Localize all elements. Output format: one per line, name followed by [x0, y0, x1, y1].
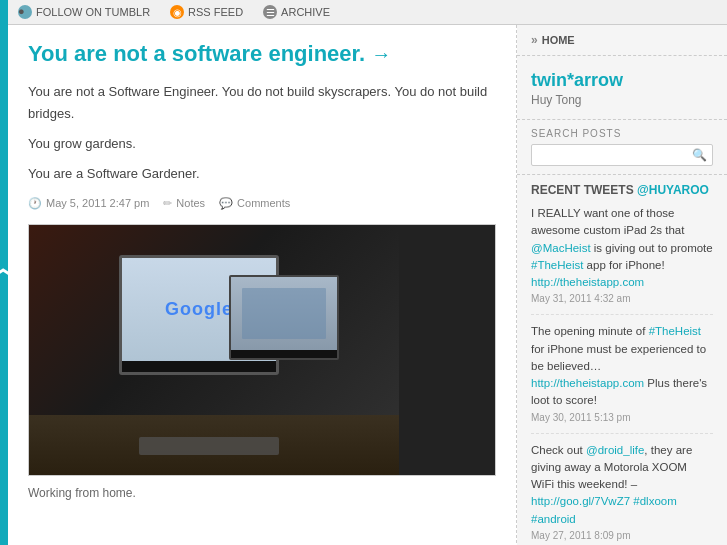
blog-title: twin*arrow: [531, 70, 713, 91]
tweet-hashtag-theheist-1[interactable]: #TheHeist: [531, 259, 583, 271]
rss-feed-link[interactable]: ◉ RSS FEED: [170, 5, 243, 19]
post-metadata: 🕐 May 5, 2011 2:47 pm ✏ Notes 💬 Comments: [28, 197, 496, 210]
left-accent-bar: ❮: [0, 0, 8, 545]
search-icon: 🔍: [692, 148, 707, 162]
post-paragraph-1: You are not a Software Engineer. You do …: [28, 81, 496, 125]
google-logo-text: Google: [165, 299, 233, 320]
post-notes[interactable]: ✏ Notes: [163, 197, 205, 210]
tweet-mention-droid[interactable]: @droid_life: [586, 444, 644, 456]
follow-icon: ●: [18, 5, 32, 19]
keyboard: [139, 437, 279, 455]
sidebar-identity-section: twin*arrow Huy Tong: [517, 56, 727, 120]
tweet-text-3: Check out @droid_life, they are giving a…: [531, 442, 713, 528]
tweet-hashtag-theheist-2[interactable]: #TheHeist: [649, 325, 701, 337]
post-title: You are not a software engineer. →: [28, 40, 496, 69]
image-placeholder: Google: [29, 225, 399, 475]
follow-tumblr-link[interactable]: ● FOLLOW ON TUMBLR: [18, 5, 150, 19]
tweet-divider-2: [531, 433, 713, 434]
notes-icon: ✏: [163, 197, 172, 210]
tweet-item-3: Check out @droid_life, they are giving a…: [531, 442, 713, 541]
tweet-hashtag-android[interactable]: #android: [531, 513, 576, 525]
post-paragraph-3: You are a Software Gardener.: [28, 163, 496, 185]
tweet-link-heist-1[interactable]: http://theheistapp.com: [531, 276, 644, 288]
top-navigation: ● FOLLOW ON TUMBLR ◉ RSS FEED ☰ ARCHIVE: [8, 0, 727, 25]
clock-icon: 🕐: [28, 197, 42, 210]
tweet-date-3: May 27, 2011 8:09 pm: [531, 530, 713, 541]
sidebar-tweets-section: RECENT TWEETS @HUYAROO I REALLY want one…: [517, 175, 727, 545]
tweet-divider-1: [531, 314, 713, 315]
follow-label: FOLLOW ON TUMBLR: [36, 6, 150, 18]
post-title-text: You are not a software engineer.: [28, 41, 365, 66]
rss-icon: ◉: [170, 5, 184, 19]
tweet-date-1: May 31, 2011 4:32 am: [531, 293, 713, 304]
tweet-hashtag-dlxoom[interactable]: #dlxoom: [633, 495, 676, 507]
sidebar-search-section: SEARCH POSTS 🔍: [517, 120, 727, 175]
comments-icon: 💬: [219, 197, 233, 210]
rss-label: RSS FEED: [188, 6, 243, 18]
sidebar: HOME twin*arrow Huy Tong SEARCH POSTS 🔍 …: [517, 25, 727, 545]
archive-icon: ☰: [263, 5, 277, 19]
search-label: SEARCH POSTS: [531, 128, 713, 139]
post-image: Google: [28, 224, 496, 476]
sidebar-home-section: HOME: [517, 25, 727, 56]
tweet-mention-macheist[interactable]: @MacHeist: [531, 242, 591, 254]
tweet-date-2: May 30, 2011 5:13 pm: [531, 412, 713, 423]
post-paragraph-2: You grow gardens.: [28, 133, 496, 155]
tweets-header: RECENT TWEETS @HUYAROO: [531, 183, 713, 197]
main-content: You are not a software engineer. → You a…: [8, 25, 517, 545]
twitter-handle[interactable]: @HUYAROO: [637, 183, 709, 197]
accent-arrow-icon: ❮: [0, 266, 14, 279]
sidebar-home-label: HOME: [531, 33, 713, 47]
search-input[interactable]: [538, 148, 688, 162]
tweet-text-1: I REALLY want one of those awesome custo…: [531, 205, 713, 291]
tweet-link-heist-2[interactable]: http://theheistapp.com: [531, 377, 644, 389]
monitor-screen-small: [231, 277, 337, 350]
blog-author: Huy Tong: [531, 93, 713, 107]
tweet-text-2: The opening minute of #TheHeist for iPho…: [531, 323, 713, 409]
post-body: You are not a Software Engineer. You do …: [28, 81, 496, 185]
tweet-item-1: I REALLY want one of those awesome custo…: [531, 205, 713, 304]
post-caption: Working from home.: [28, 486, 496, 500]
tweet-link-goo[interactable]: http://goo.gl/7VwZ7: [531, 495, 630, 507]
post-comments[interactable]: 💬 Comments: [219, 197, 290, 210]
archive-label: ARCHIVE: [281, 6, 330, 18]
monitor-small: [229, 275, 339, 360]
post-date: 🕐 May 5, 2011 2:47 pm: [28, 197, 149, 210]
search-box[interactable]: 🔍: [531, 144, 713, 166]
tweet-item-2: The opening minute of #TheHeist for iPho…: [531, 323, 713, 422]
post-title-arrow: →: [371, 43, 391, 65]
archive-link[interactable]: ☰ ARCHIVE: [263, 5, 330, 19]
